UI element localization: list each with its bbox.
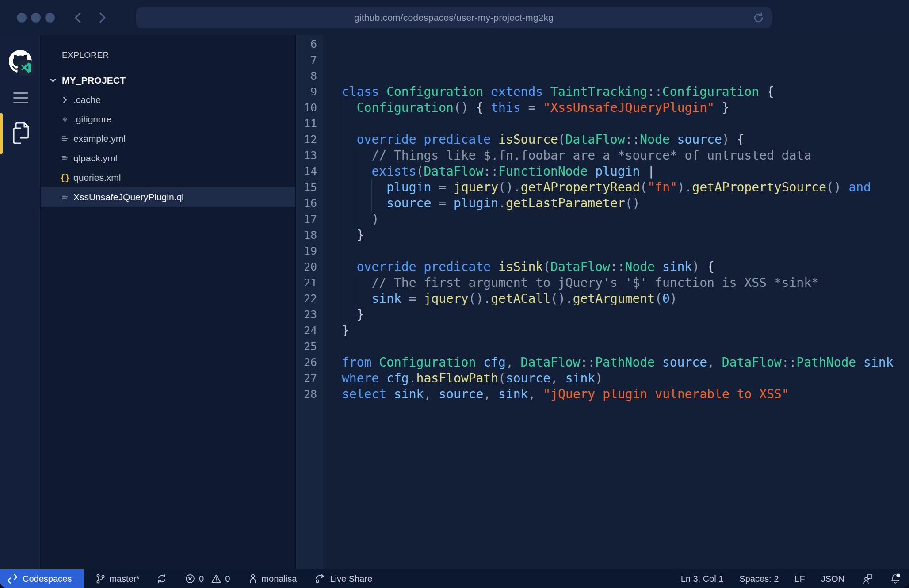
explorer-activity-button[interactable] (11, 121, 31, 145)
tree-item-xssunsafejqueryplugin-ql[interactable]: XssUnsafeJQueryPlugin.ql (41, 187, 295, 207)
indent-guide (357, 211, 357, 227)
indent-guide (342, 211, 342, 227)
branch-status-item[interactable]: master* (95, 573, 140, 584)
code-line-8[interactable]: 8 (296, 68, 909, 84)
line-col-status-item[interactable]: Ln 3, Col 1 (681, 574, 724, 584)
code-line-12[interactable]: 12 override predicate isSource(DataFlow:… (296, 132, 909, 148)
indent-guide (357, 275, 357, 291)
explorer-sidebar: EXPLORER MY_PROJECT .cache.gitignoreexam… (41, 35, 295, 569)
indent-guide (357, 291, 357, 307)
user-status-item[interactable]: monalisa (248, 573, 297, 584)
code-line-22[interactable]: 22 sink = jquery().getACall().getArgumen… (296, 291, 909, 307)
code-line-23[interactable]: 23 } (296, 307, 909, 323)
code-lines: 6789class Configuration extends TaintTra… (296, 35, 909, 402)
codespaces-remote-button[interactable]: Codespaces (0, 569, 84, 588)
vscode-logo-icon (21, 62, 31, 73)
live-share-status-item[interactable]: Live Share (314, 573, 372, 584)
code-line-7[interactable]: 7 (296, 52, 909, 68)
codespaces-window: github.com/codespaces/user-my-project-mg… (0, 0, 909, 588)
status-bar-right: Ln 3, Col 1 Spaces: 2 LF JSON (681, 573, 901, 584)
code-line-20[interactable]: 20 override predicate isSink(DataFlow::N… (296, 259, 909, 275)
reload-icon (752, 12, 764, 24)
window-controls[interactable] (17, 13, 55, 23)
code-content (323, 68, 909, 84)
indent-guide (357, 148, 357, 164)
indent-guide (357, 164, 357, 179)
code-line-17[interactable]: 17 ) (296, 211, 909, 227)
indent-guide (342, 132, 342, 148)
code-line-18[interactable]: 18 } (296, 227, 909, 243)
line-number: 8 (296, 68, 323, 84)
code-line-11[interactable]: 11 (296, 116, 909, 132)
code-line-19[interactable]: 19 (296, 243, 909, 259)
hamburger-line (13, 102, 28, 103)
problems-status-item[interactable]: 0 0 (185, 573, 230, 584)
eol-label: LF (794, 574, 805, 584)
notifications-button[interactable] (890, 573, 901, 584)
project-root-row[interactable]: MY_PROJECT (41, 71, 295, 90)
indent-guide (342, 307, 342, 323)
code-content: Configuration() { this = "XssUnsafeJQuer… (323, 100, 909, 116)
line-col-label: Ln 3, Col 1 (681, 574, 724, 584)
indentation-status-item[interactable]: Spaces: 2 (739, 574, 779, 584)
chevron-right-icon (60, 95, 70, 105)
code-line-16[interactable]: 16 source = plugin.getLastParameter() (296, 195, 909, 211)
indent-guide (342, 148, 342, 164)
reload-button[interactable] (752, 12, 764, 24)
indent-guide (342, 164, 342, 179)
git-icon (60, 115, 70, 124)
line-number: 11 (296, 116, 323, 132)
active-view-indicator (0, 113, 3, 154)
list-file-icon (61, 135, 69, 143)
code-line-9[interactable]: 9class Configuration extends TaintTracki… (296, 84, 909, 100)
code-line-24[interactable]: 24} (296, 323, 909, 339)
warning-icon (211, 573, 222, 584)
browser-back-button[interactable] (73, 11, 84, 24)
code-line-21[interactable]: 21 // The first argument to jQuery's '$'… (296, 275, 909, 291)
git-branch-icon (95, 573, 105, 584)
url-bar[interactable]: github.com/codespaces/user-my-project-mg… (136, 7, 772, 28)
browser-forward-button[interactable] (96, 11, 108, 24)
file-label: .gitignore (73, 114, 111, 125)
tree-item-queries-xml[interactable]: {}queries.xml (41, 168, 295, 187)
eol-status-item[interactable]: LF (794, 574, 805, 584)
code-line-25[interactable]: 25 (296, 339, 909, 355)
errors-count: 0 (199, 574, 204, 584)
code-content (323, 116, 909, 132)
code-content: from Configuration cfg, DataFlow::PathNo… (323, 355, 909, 370)
tree-item--gitignore[interactable]: .gitignore (41, 110, 295, 129)
code-editor[interactable]: 6789class Configuration extends TaintTra… (295, 35, 909, 569)
indent-guide (342, 275, 342, 291)
indent-guide (342, 116, 342, 132)
tree-item--cache[interactable]: .cache (41, 90, 295, 110)
tree-item-qlpack-yml[interactable]: qlpack.yml (41, 149, 295, 168)
line-number: 9 (296, 84, 323, 100)
indent-guide (342, 227, 342, 243)
window-control-dot[interactable] (45, 13, 55, 23)
menu-button[interactable] (13, 92, 28, 103)
feedback-button[interactable] (862, 573, 874, 584)
window-control-dot[interactable] (17, 13, 27, 23)
indent-guide (342, 259, 342, 275)
code-content: where cfg.hasFlowPath(source, sink) (323, 370, 909, 386)
line-number: 24 (296, 323, 323, 339)
code-line-26[interactable]: 26from Configuration cfg, DataFlow::Path… (296, 355, 909, 370)
indent-guide (371, 179, 372, 195)
window-control-dot[interactable] (31, 13, 41, 23)
code-line-14[interactable]: 14 exists(DataFlow::FunctionNode plugin … (296, 164, 909, 179)
code-line-27[interactable]: 27where cfg.hasFlowPath(source, sink) (296, 370, 909, 386)
code-line-28[interactable]: 28select sink, source, sink, "jQuery plu… (296, 386, 909, 402)
code-line-10[interactable]: 10 Configuration() { this = "XssUnsafeJQ… (296, 100, 909, 116)
tree-item-example-yml[interactable]: example.yml (41, 129, 295, 149)
code-content: override predicate isSource(DataFlow::No… (323, 132, 909, 148)
code-line-15[interactable]: 15 plugin = jquery().getAPropertyRead("f… (296, 179, 909, 195)
code-content (323, 339, 909, 355)
code-line-6[interactable]: 6 (296, 36, 909, 52)
indent-guide (357, 195, 357, 211)
code-line-13[interactable]: 13 // Things like $.fn.foobar are a *sou… (296, 148, 909, 164)
line-number: 19 (296, 243, 323, 259)
sync-status-item[interactable] (157, 573, 167, 584)
language-status-item[interactable]: JSON (821, 574, 844, 584)
code-content: } (323, 307, 909, 323)
file-label: queries.xml (73, 172, 121, 183)
